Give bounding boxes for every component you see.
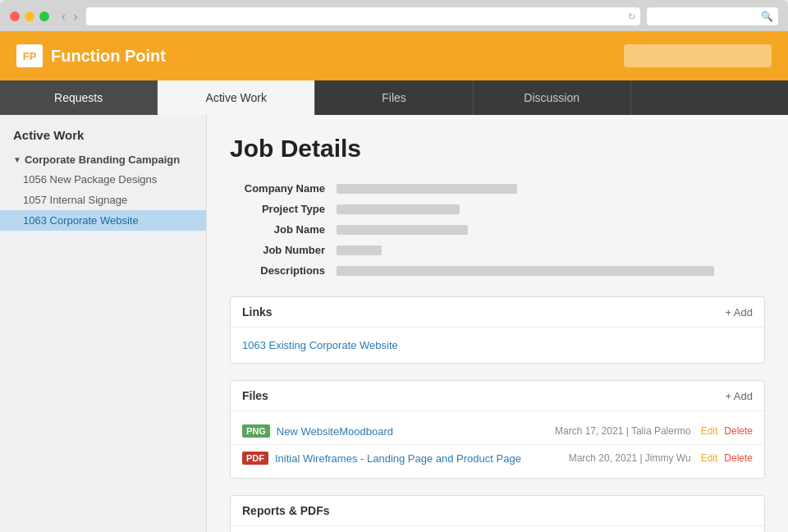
tab-discussion[interactable]: Discussion [474, 80, 631, 115]
browser-dots [10, 11, 49, 21]
reports-title: Reports & PDFs [242, 504, 330, 517]
dot-green [39, 11, 49, 21]
browser-chrome: ‹ › ↻ 🔍 [0, 0, 788, 31]
links-add-button[interactable]: + Add [725, 306, 753, 319]
table-row: PDF Initial Wireframes - Landing Page an… [231, 445, 764, 471]
field-label-project-type: Project Type [230, 203, 337, 215]
field-row-descriptions: Descriptions [230, 264, 765, 277]
sidebar-item-1056[interactable]: 1056 New Package Designs [0, 169, 206, 190]
caret-icon: ▼ [13, 155, 21, 164]
browser-nav: ‹ › [59, 10, 80, 23]
files-section-header: Files + Add [231, 381, 764, 411]
files-add-button[interactable]: + Add [725, 390, 753, 402]
file-edit-button-0[interactable]: Edit [701, 425, 718, 437]
search-icon: 🔍 [761, 11, 773, 22]
file-name-link-1[interactable]: Initial Wireframes - Landing Page and Pr… [275, 452, 561, 465]
back-button[interactable]: ‹ [59, 10, 68, 23]
reports-section: Reports & PDFs PDF ▼ Corporate Webstie S… [230, 495, 765, 532]
header-search-bar[interactable] [624, 44, 772, 67]
file-actions-0: Edit Delete [701, 425, 753, 437]
sidebar-item-1057[interactable]: 1057 Internal Signage [0, 190, 206, 210]
tab-extra[interactable] [631, 80, 788, 115]
file-meta-0: March 17, 2021 | Talia Palermo [555, 425, 691, 437]
app-header: FP Function Point [0, 31, 788, 80]
field-row-project-type: Project Type [230, 203, 765, 215]
sidebar: Active Work ▼ Corporate Branding Campaig… [0, 115, 207, 532]
sidebar-group-name: Corporate Branding Campaign [25, 154, 180, 166]
files-body: PNG New WebsiteMoodboard March 17, 2021 … [231, 411, 764, 478]
file-delete-button-1[interactable]: Delete [724, 452, 753, 464]
page-title: Job Details [230, 135, 765, 163]
refresh-icon: ↻ [628, 11, 635, 22]
tab-active-work[interactable]: Active Work [158, 80, 315, 115]
reports-body: PDF ▼ Corporate Webstie Schedule [231, 526, 764, 532]
app-container: FP Function Point Requests Active Work F… [0, 31, 788, 532]
field-row-job-name: Job Name [230, 223, 765, 236]
content-panel: Job Details Company Name Project Type Jo… [207, 115, 788, 532]
file-type-badge-pdf: PDF [242, 452, 268, 465]
links-section-header: Links + Add [231, 297, 764, 328]
links-section: Links + Add 1063 Existing Corporate Webs… [230, 296, 765, 364]
field-value-project-type [337, 204, 460, 214]
field-value-job-number [337, 245, 382, 255]
tab-requests[interactable]: Requests [0, 80, 158, 115]
field-label-job-number: Job Number [230, 244, 337, 256]
file-meta-1: March 20, 2021 | Jimmy Wu [569, 452, 691, 464]
browser-search[interactable]: 🔍 [647, 7, 778, 25]
field-label-descriptions: Descriptions [230, 264, 337, 277]
field-value-descriptions [337, 266, 714, 276]
main-content: Active Work ▼ Corporate Branding Campaig… [0, 115, 788, 532]
dot-yellow [25, 11, 34, 21]
field-row-job-number: Job Number [230, 244, 765, 256]
list-item: 1063 Existing Corporate Website [231, 334, 764, 356]
field-value-job-name [337, 225, 468, 235]
fields-table: Company Name Project Type Job Name Job N… [230, 182, 765, 277]
dot-red [10, 11, 20, 21]
file-delete-button-0[interactable]: Delete [724, 425, 753, 437]
app-logo: FP Function Point [16, 44, 166, 67]
reports-section-header: Reports & PDFs [231, 496, 764, 526]
file-name-link-0[interactable]: New WebsiteMoodboard [277, 425, 547, 438]
app-name: Function Point [51, 47, 166, 66]
tab-nav: Requests Active Work Files Discussion [0, 80, 788, 115]
field-row-company: Company Name [230, 182, 765, 195]
field-label-company: Company Name [230, 182, 337, 195]
file-actions-1: Edit Delete [701, 452, 753, 464]
url-bar[interactable]: ↻ [86, 7, 640, 25]
links-title: Links [242, 305, 273, 319]
sidebar-section-title: Active Work [0, 128, 206, 150]
file-type-badge-png: PNG [242, 424, 270, 438]
logo-icon: FP [16, 44, 43, 67]
files-title: Files [242, 389, 268, 402]
links-body: 1063 Existing Corporate Website [231, 328, 764, 363]
sidebar-group-label[interactable]: ▼ Corporate Branding Campaign [0, 150, 206, 169]
files-section: Files + Add PNG New WebsiteMoodboard Mar… [230, 380, 765, 479]
table-row: PNG New WebsiteMoodboard March 17, 2021 … [231, 418, 764, 445]
sidebar-item-1063[interactable]: 1063 Corporate Website [0, 210, 206, 231]
link-existing-website[interactable]: 1063 Existing Corporate Website [242, 339, 398, 351]
field-value-company [337, 184, 517, 194]
tab-files[interactable]: Files [315, 80, 473, 115]
field-label-job-name: Job Name [230, 223, 337, 236]
forward-button[interactable]: › [71, 10, 80, 23]
file-edit-button-1[interactable]: Edit [701, 452, 718, 464]
